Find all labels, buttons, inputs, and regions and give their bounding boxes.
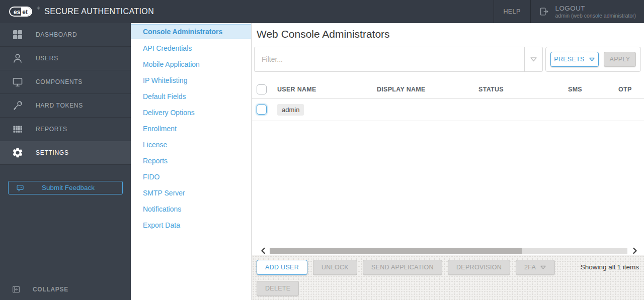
scrollbar-thumb[interactable] <box>270 248 522 254</box>
settings-subnav: Console Administrators API Credentials M… <box>131 23 252 300</box>
action-toolbar: ADD USER UNLOCK SEND APPLICATION DEPROVI… <box>252 255 644 300</box>
subnav-item-export-data[interactable]: Export Data <box>131 217 251 233</box>
scroll-left-icon[interactable] <box>260 247 267 254</box>
filter-dropdown-button[interactable] <box>524 47 542 71</box>
subnav-item-notifications[interactable]: Notifications <box>131 201 251 217</box>
column-header-sms[interactable]: SMS <box>568 86 618 93</box>
chevron-down-icon <box>589 57 595 62</box>
app-title: SECURE AUTHENTICATION <box>44 7 154 16</box>
sidebar-item-label: REPORTS <box>36 126 67 133</box>
subnav-item-mobile-application[interactable]: Mobile Application <box>131 56 251 72</box>
main-content: Web Console Administrators PRESETS APPLY… <box>252 23 644 300</box>
column-header-status[interactable]: STATUS <box>478 86 568 93</box>
select-all-checkbox[interactable] <box>257 84 267 94</box>
chevron-down-icon <box>540 265 546 270</box>
subnav-item-enrollment[interactable]: Enrollment <box>131 121 251 137</box>
apply-button[interactable]: APPLY <box>604 52 636 67</box>
column-header-otp[interactable]: OTP <box>618 86 644 93</box>
subnav-item-reports[interactable]: Reports <box>131 153 251 169</box>
table-row[interactable]: admin <box>252 98 644 121</box>
subnav-item-delivery-options[interactable]: Delivery Options <box>131 105 251 121</box>
sidebar-item-components[interactable]: COMPONENTS <box>0 70 131 94</box>
scrollbar-track[interactable] <box>270 248 627 254</box>
logout-icon <box>539 6 550 17</box>
logout-button[interactable]: LOGOUT admin (web console administrator) <box>531 0 644 23</box>
scroll-right-icon[interactable] <box>631 247 638 254</box>
eset-logo-right: et <box>21 8 31 16</box>
delete-button[interactable]: DELETE <box>257 281 299 296</box>
eset-logo-left: es <box>10 8 21 16</box>
presets-group: PRESETS APPLY <box>545 47 641 72</box>
chevron-down-icon <box>530 56 537 62</box>
monitor-icon <box>12 76 24 88</box>
logout-label: LOGOUT <box>555 5 636 12</box>
collapse-button[interactable]: COLLAPSE <box>12 285 68 294</box>
presets-label: PRESETS <box>554 56 584 63</box>
gear-icon <box>12 147 24 159</box>
2fa-dropdown-button[interactable]: 2FA <box>516 260 555 275</box>
user-icon <box>12 52 24 64</box>
row-checkbox[interactable] <box>257 105 267 115</box>
sidebar-item-settings[interactable]: SETTINGS <box>0 141 131 165</box>
filter-row: PRESETS APPLY <box>254 47 641 72</box>
sidebar-item-label: USERS <box>36 55 58 62</box>
sidebar-item-label: HARD TOKENS <box>36 102 83 109</box>
eset-logo-icon: es et <box>9 7 32 17</box>
submit-feedback-label: Submit Feedback <box>42 184 95 191</box>
collapse-label: COLLAPSE <box>33 286 68 293</box>
send-application-button[interactable]: SEND APPLICATION <box>363 260 442 275</box>
column-header-user-name[interactable]: USER NAME <box>277 86 377 93</box>
sidebar-item-users[interactable]: USERS <box>0 47 131 70</box>
sidebar-item-hard-tokens[interactable]: HARD TOKENS <box>0 94 131 118</box>
2fa-label: 2FA <box>524 264 536 271</box>
subnav-item-license[interactable]: License <box>131 137 251 153</box>
sidebar-item-label: DASHBOARD <box>36 31 77 38</box>
main-sidebar: DASHBOARD USERS COMPONENTS HARD TOKENS <box>0 23 131 300</box>
user-name-tag: admin <box>277 104 304 116</box>
subnav-item-smtp-server[interactable]: SMTP Server <box>131 185 251 201</box>
submit-feedback-button[interactable]: Submit Feedback <box>8 181 123 194</box>
logged-in-user: admin (web console administrator) <box>555 13 636 19</box>
help-button[interactable]: HELP <box>494 0 531 23</box>
presets-button[interactable]: PRESETS <box>550 52 599 67</box>
page-title: Web Console Administrators <box>257 28 390 40</box>
items-count-text: Showing all 1 items <box>581 263 639 271</box>
sidebar-item-dashboard[interactable]: DASHBOARD <box>0 23 131 47</box>
brand: es et ® SECURE AUTHENTICATION <box>0 7 154 17</box>
table-header: USER NAME DISPLAY NAME STATUS SMS OTP <box>252 80 644 98</box>
subnav-item-ip-whitelisting[interactable]: IP Whitelisting <box>131 72 251 88</box>
horizontal-scrollbar <box>252 246 644 255</box>
subnav-item-api-credentials[interactable]: API Credentials <box>131 40 251 56</box>
top-bar: es et ® SECURE AUTHENTICATION HELP LOGOU… <box>0 0 644 23</box>
sidebar-item-label: COMPONENTS <box>36 78 83 85</box>
unlock-button[interactable]: UNLOCK <box>313 260 357 275</box>
subnav-item-console-administrators[interactable]: Console Administrators <box>131 24 251 39</box>
sidebar-item-label: SETTINGS <box>36 149 69 156</box>
subnav-item-fido[interactable]: FIDO <box>131 169 251 185</box>
chat-bubble-icon <box>16 184 24 192</box>
filter-box <box>254 47 543 72</box>
registered-mark: ® <box>37 7 40 10</box>
report-grid-icon <box>12 123 24 135</box>
column-header-display-name[interactable]: DISPLAY NAME <box>377 86 478 93</box>
add-user-button[interactable]: ADD USER <box>257 260 307 275</box>
collapse-icon <box>12 285 21 294</box>
sidebar-item-reports[interactable]: REPORTS <box>0 118 131 141</box>
key-icon <box>12 99 24 112</box>
deprovision-button[interactable]: DEPROVISION <box>448 260 510 275</box>
filter-input[interactable] <box>255 47 524 71</box>
dashboard-grid-icon <box>12 29 24 41</box>
subnav-item-default-fields[interactable]: Default Fields <box>131 88 251 105</box>
